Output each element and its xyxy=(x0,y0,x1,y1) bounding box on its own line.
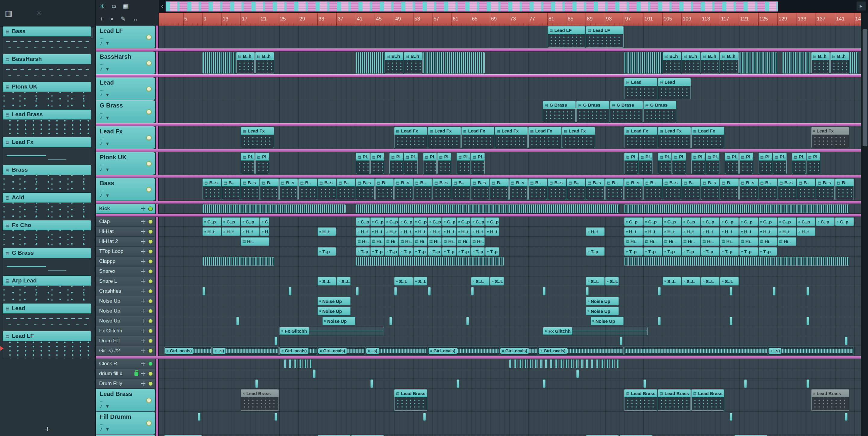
clip-pl[interactable]: ▤Pl.. xyxy=(457,153,470,174)
clip-b[interactable]: ▤B.. xyxy=(490,178,509,200)
track-header-crashhes[interactable]: Crashhes xyxy=(96,287,155,296)
clip-hi[interactable]: ▤Hi.. xyxy=(384,237,398,246)
clip-girl-ocals[interactable]: »Girl..ocals) xyxy=(428,346,499,355)
clip-c-p[interactable]: »C..p xyxy=(720,217,739,226)
track-lane-lead[interactable]: ▤Lead▤Lead xyxy=(159,77,861,100)
mute-led[interactable] xyxy=(148,229,153,234)
clip-mark[interactable] xyxy=(576,369,579,378)
dropdown-icon[interactable]: ▾ xyxy=(106,40,109,46)
clip-stripe[interactable] xyxy=(782,52,810,73)
track-header-g-brass[interactable]: G Brass...♪▾ xyxy=(96,100,155,123)
clip-b-h[interactable]: ▤B..h xyxy=(701,52,720,73)
clip-girl-ocals[interactable]: »Girl..ocals) xyxy=(500,346,537,355)
clip-noise-up[interactable]: »Noise Up xyxy=(322,317,355,325)
mute-led[interactable] xyxy=(148,381,153,386)
clip-stripe[interactable] xyxy=(203,257,274,266)
mute-led[interactable] xyxy=(148,269,153,274)
clip-stripe[interactable] xyxy=(203,204,346,213)
track-lane-noise-up-up[interactable]: »Nois..p Up»Nois..p Up»Nois..p Up»Nois..… xyxy=(159,435,861,436)
clip-mark[interactable] xyxy=(620,337,622,345)
clip-b[interactable]: ▤B.. xyxy=(720,178,739,200)
clip-lead-fx[interactable]: ▤Lead Fx xyxy=(394,127,427,148)
clip-t-p[interactable]: »T..p xyxy=(457,247,470,256)
track-header-drum-filly[interactable]: Drum Filly xyxy=(96,379,155,389)
pattern-item-lead-fx[interactable]: ▤Lead Fx xyxy=(3,137,91,165)
clip-pl[interactable]: ▤Pl.. xyxy=(437,153,451,174)
clip-h-t[interactable]: »H..t xyxy=(586,227,604,236)
draw-icon[interactable]: ✎ xyxy=(121,15,126,23)
pattern-item-lead-brass[interactable]: ▤Lead Brass xyxy=(3,110,91,137)
track-header-noise-up[interactable]: Noise Up xyxy=(96,316,155,326)
clip-t-p[interactable]: »T..p xyxy=(701,247,720,256)
clip-pl[interactable]: ▤Pl.. xyxy=(390,153,403,174)
track-header-clappp[interactable]: Clappp xyxy=(96,257,155,266)
mute-led[interactable] xyxy=(148,362,153,366)
clip-b-h[interactable]: ▤B..h xyxy=(236,52,255,73)
clip-ticks[interactable] xyxy=(509,360,619,368)
pattern-name-bar[interactable]: ▤Lead Brass xyxy=(3,110,91,120)
clip-b[interactable]: ▤B.. xyxy=(682,178,701,200)
vertical-scrollbar-thumb[interactable] xyxy=(863,29,867,146)
clip-h-t[interactable]: »H..t xyxy=(720,227,739,236)
clip-girl-ocals[interactable]: »Girl..ocals) xyxy=(279,346,317,355)
clip-noise-up[interactable]: »Noise Up xyxy=(586,297,619,305)
mute-led[interactable] xyxy=(148,220,153,224)
clip-h-t[interactable]: »H..t xyxy=(624,227,643,236)
clip-fx-glitchh[interactable]: »Fx Glitchh xyxy=(543,327,648,335)
mute-led[interactable] xyxy=(148,339,153,343)
track-lane-noise-up[interactable]: »Noise Up»Noise Up xyxy=(159,296,861,306)
mute-led[interactable] xyxy=(148,309,153,313)
clip-noise-up[interactable]: »Noise Up xyxy=(591,317,624,325)
mute-led[interactable] xyxy=(146,421,152,426)
pan-knob-icon[interactable] xyxy=(141,206,146,211)
clip-lead-fx[interactable]: ▤Lead Fx xyxy=(428,127,461,148)
clip-hi[interactable]: ▤Hi.. xyxy=(663,237,681,246)
sparkle-icon[interactable]: ✳ xyxy=(100,3,105,10)
clip-mark[interactable] xyxy=(394,287,397,295)
clip-lead-fx[interactable]: ×Lead Fx xyxy=(811,127,849,148)
clip-stripe[interactable] xyxy=(356,257,504,266)
track-header-noise-up[interactable]: Noise Up xyxy=(96,296,155,306)
clip-t-p[interactable]: »T..p xyxy=(471,247,485,256)
track-lane-lead-brass[interactable]: ×Lead Brass▤Lead Brass▤Lead Brass▤Lead B… xyxy=(159,389,861,412)
clip-hi[interactable]: ▤Hi.. xyxy=(682,237,701,246)
pan-knob-icon[interactable] xyxy=(141,239,146,244)
clip-stripe[interactable] xyxy=(356,204,619,213)
clip-mark[interactable] xyxy=(370,379,373,388)
clip-lead-fx[interactable]: ▤Lead Fx xyxy=(658,127,691,148)
clip-b[interactable]: ▤B.. xyxy=(758,178,777,200)
clip-hi[interactable]: ▤Hi.. xyxy=(428,237,442,246)
track-header-drum-fill[interactable]: Drum Fill xyxy=(96,336,155,346)
clip-b-s[interactable]: ▤B..s xyxy=(203,178,221,200)
clip-h-t[interactable]: »H..t xyxy=(428,227,442,236)
mute-led[interactable] xyxy=(146,109,152,115)
clip-mark[interactable] xyxy=(313,369,315,378)
clip-b[interactable]: ▤B.. xyxy=(644,178,662,200)
clip-h-t[interactable]: »H..t xyxy=(442,227,456,236)
clip-s-l[interactable]: »S..L xyxy=(394,277,413,286)
mute-led[interactable] xyxy=(148,259,153,264)
pattern-name-bar[interactable]: ▤Acid xyxy=(3,193,91,203)
clip-pl[interactable]: ▤Pl.. xyxy=(773,153,786,174)
playlist-overview-scrollbar[interactable]: ‹ ▸ xyxy=(159,0,868,13)
pattern-item-lead[interactable]: ▤Lead xyxy=(3,303,91,331)
clip-pl[interactable]: ▤Pl.. xyxy=(356,153,370,174)
clip-s-l[interactable]: »S..L xyxy=(490,277,504,286)
track-lane-hi-hat-2[interactable]: ▤Hi..▤Hi..▤Hi..▤Hi..▤Hi..▤Hi..▤Hi..▤Hi..… xyxy=(159,237,861,246)
clip-lead-brass[interactable]: ▤Lead Brass xyxy=(658,389,691,411)
clip-t-p[interactable]: »T..p xyxy=(644,247,662,256)
clip-c-p[interactable]: »C..p xyxy=(260,217,269,226)
clip-b-s[interactable]: ▤B..s xyxy=(356,178,375,200)
track-header-snare-l[interactable]: Snare L xyxy=(96,276,155,287)
clip-mark[interactable] xyxy=(543,287,546,295)
clip-h-t[interactable]: »H..t xyxy=(222,227,241,236)
clip-lead-fx[interactable]: ▤Lead Fx xyxy=(691,127,724,148)
overview-band[interactable] xyxy=(165,1,778,12)
grid-icon[interactable]: ▦ xyxy=(123,3,129,10)
track-header-bass[interactable]: Bass...♪▾ xyxy=(96,178,155,201)
clip-wave[interactable] xyxy=(624,346,767,355)
clip-h-t[interactable]: »H..t xyxy=(318,227,336,236)
detach-icon[interactable]: ✳ xyxy=(36,9,42,18)
clip-h-t[interactable]: »H..t xyxy=(370,227,384,236)
clip-b[interactable]: ▤B.. xyxy=(567,178,586,200)
